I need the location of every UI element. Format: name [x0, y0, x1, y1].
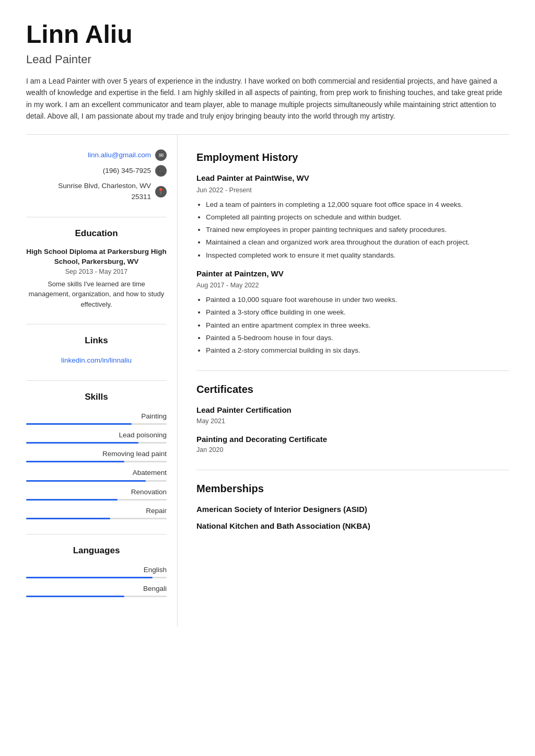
skill-bar [26, 423, 167, 425]
skill-fill [26, 423, 132, 425]
job-bullet: Completed all painting projects on sched… [206, 212, 509, 223]
skill-bar [26, 480, 167, 482]
links-section: Links linkedin.com/in/linnaliu [26, 334, 167, 366]
education-section: Education High School Diploma at Parkers… [26, 227, 167, 310]
language-name: English [26, 565, 167, 575]
job-dates: Aug 2017 - May 2022 [196, 281, 509, 290]
edu-dates: Sep 2013 - May 2017 [26, 267, 167, 277]
links-divider [26, 380, 167, 381]
cert-name: Lead Painter Certification [196, 404, 509, 416]
phone-icon: 📞 [155, 165, 167, 177]
employment-divider [196, 370, 509, 371]
language-item: Bengali [26, 584, 167, 597]
job-entry: Lead Painter at PaintWise, WV Jun 2022 -… [196, 172, 509, 261]
location-icon: 📍 [155, 186, 167, 197]
skill-name: Painting [26, 411, 167, 422]
job-bullet: Painted a 5-bedroom house in four days. [206, 333, 509, 343]
edu-desc: Some skills I've learned are time manage… [26, 279, 167, 310]
job-dates: Jun 2022 - Present [196, 185, 509, 195]
job-bullets: Led a team of painters in completing a 1… [196, 200, 509, 261]
cert-date: May 2021 [196, 416, 509, 426]
language-item: English [26, 565, 167, 578]
languages-section: Languages English Bengali [26, 544, 167, 597]
skill-item: Renovation [26, 487, 167, 501]
skill-item: Painting [26, 411, 167, 425]
skill-bar [26, 442, 167, 444]
skill-fill [26, 442, 138, 444]
contact-address: Sunrise Blvd, Charleston, WV 25311 📍 [26, 181, 167, 202]
membership-item: National Kitchen and Bath Association (N… [196, 520, 509, 532]
job-entry: Painter at Paintzen, WV Aug 2017 - May 2… [196, 268, 509, 356]
linkedin-link[interactable]: linkedin.com/in/linnaliu [61, 356, 132, 364]
edu-divider [26, 324, 167, 324]
right-column: Employment History Lead Painter at Paint… [178, 135, 509, 626]
job-bullets: Painted a 10,000 square foot warehouse i… [196, 295, 509, 356]
job-bullet: Inspected completed work to ensure it me… [206, 250, 509, 261]
candidate-name: Linn Aliu [26, 21, 509, 49]
language-fill [26, 577, 153, 578]
job-bullet: Led a team of painters in completing a 1… [206, 200, 509, 210]
skill-name: Lead poisoning [26, 430, 167, 440]
memberships-heading: Memberships [196, 481, 509, 496]
language-fill [26, 596, 124, 597]
skill-fill [26, 480, 146, 482]
employment-section: Employment History Lead Painter at Paint… [196, 149, 509, 356]
email-link[interactable]: linn.aliu@gmail.com [88, 150, 151, 160]
certs-list: Lead Painter Certification May 2021 Pain… [196, 404, 509, 455]
job-bullet: Maintained a clean and organized work ar… [206, 237, 509, 248]
certificates-section: Certificates Lead Painter Certification … [196, 381, 509, 455]
candidate-title: Lead Painter [26, 51, 509, 68]
skill-bar [26, 518, 167, 519]
email-icon: ✉ [155, 149, 167, 161]
language-bar [26, 596, 167, 597]
skills-heading: Skills [26, 390, 167, 404]
skill-bar [26, 461, 167, 462]
job-title: Lead Painter at PaintWise, WV [196, 172, 509, 184]
cert-date: Jan 2020 [196, 445, 509, 455]
education-heading: Education [26, 227, 167, 240]
resume-page: Linn Aliu Lead Painter I am a Lead Paint… [0, 0, 535, 756]
certificates-heading: Certificates [196, 381, 509, 397]
cert-name: Painting and Decorating Certificate [196, 434, 509, 446]
skills-section: Skills Painting Lead poisoning Removing … [26, 390, 167, 519]
memberships-section: Memberships American Society of Interior… [196, 481, 509, 532]
skill-fill [26, 461, 124, 462]
employment-heading: Employment History [196, 149, 509, 165]
skill-fill [26, 518, 110, 519]
skill-item: Abatement [26, 468, 167, 481]
skill-fill [26, 499, 118, 501]
skills-list: Painting Lead poisoning Removing lead pa… [26, 411, 167, 520]
skill-bar [26, 499, 167, 501]
candidate-summary: I am a Lead Painter with over 5 years of… [26, 75, 507, 122]
languages-heading: Languages [26, 544, 167, 557]
job-bullet: Trained new employees in proper painting… [206, 225, 509, 235]
skills-divider [26, 534, 167, 534]
job-bullet: Painted a 2-story commercial building in… [206, 345, 509, 356]
certs-divider [196, 470, 509, 470]
skill-item: Removing lead paint [26, 449, 167, 462]
skill-item: Repair [26, 506, 167, 519]
job-bullet: Painted a 10,000 square foot warehouse i… [206, 295, 509, 305]
job-bullet: Painted a 3-story office building in one… [206, 307, 509, 318]
skill-item: Lead poisoning [26, 430, 167, 444]
main-layout: linn.aliu@gmail.com ✉ (196) 345-7925 📞 S… [26, 134, 509, 626]
memberships-list: American Society of Interior Designers (… [196, 504, 509, 532]
languages-list: English Bengali [26, 565, 167, 598]
job-bullet: Painted an entire apartment complex in t… [206, 320, 509, 331]
job-title: Painter at Paintzen, WV [196, 268, 509, 280]
cert-entry: Painting and Decorating Certificate Jan … [196, 434, 509, 455]
jobs-list: Lead Painter at PaintWise, WV Jun 2022 -… [196, 172, 509, 356]
contact-section: linn.aliu@gmail.com ✉ (196) 345-7925 📞 S… [26, 149, 167, 202]
contact-email: linn.aliu@gmail.com ✉ [26, 149, 167, 161]
edu-school: High School Diploma at Parkersburg High … [26, 247, 167, 267]
membership-item: American Society of Interior Designers (… [196, 504, 509, 516]
edu-entry: High School Diploma at Parkersburg High … [26, 247, 167, 309]
skill-name: Removing lead paint [26, 449, 167, 459]
skill-name: Repair [26, 506, 167, 516]
links-heading: Links [26, 334, 167, 347]
contact-phone: (196) 345-7925 📞 [26, 165, 167, 177]
skill-name: Renovation [26, 487, 167, 497]
cert-entry: Lead Painter Certification May 2021 [196, 404, 509, 426]
skill-name: Abatement [26, 468, 167, 478]
left-column: linn.aliu@gmail.com ✉ (196) 345-7925 📞 S… [26, 135, 178, 626]
